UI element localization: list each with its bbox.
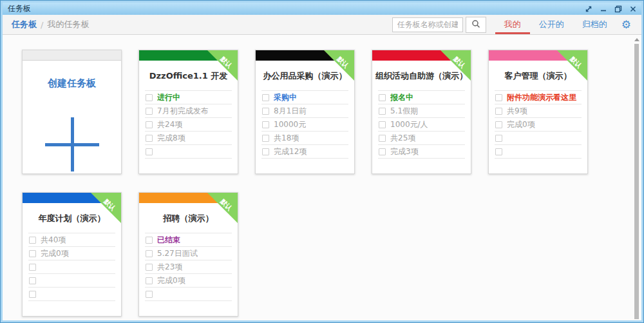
checkbox-icon[interactable] — [262, 121, 269, 128]
card-item-label: 8月1日前 — [274, 106, 307, 117]
ribbon-label: 默认 — [215, 52, 237, 73]
card-item[interactable] — [28, 274, 115, 288]
scrollbar-thumb[interactable] — [634, 44, 639, 319]
board-area: 创建任务板 默认 DzzOffice1.1 开发 进行中7月初完成发布共24项完… — [3, 35, 641, 320]
card-item[interactable]: 进行中 — [145, 91, 232, 104]
ribbon-label: 默认 — [332, 52, 354, 73]
checkbox-icon[interactable] — [262, 108, 269, 115]
card-item[interactable]: 1000元/人 — [378, 118, 465, 132]
scrollbar[interactable] — [634, 37, 639, 319]
checkbox-icon[interactable] — [29, 264, 36, 271]
card-item[interactable]: 5.27日面试 — [145, 247, 232, 260]
task-board-card[interactable]: 默认 客户管理（演示） 附件功能演示看这里共9项完成0项 — [488, 50, 588, 174]
checkbox-icon[interactable] — [262, 94, 269, 101]
checkbox-icon[interactable] — [146, 94, 153, 101]
card-item[interactable]: 完成12项 — [261, 145, 348, 159]
breadcrumb-root[interactable]: 任务板 — [12, 19, 37, 30]
card-item[interactable]: 共18项 — [261, 132, 348, 145]
card-item[interactable]: 完成0项 — [145, 274, 232, 288]
card-item[interactable] — [495, 132, 582, 145]
card-item-label: 完成12项 — [274, 146, 307, 157]
tab-mine[interactable]: 我的 — [495, 15, 530, 34]
checkbox-icon[interactable] — [146, 237, 153, 244]
card-item[interactable]: 8月1日前 — [261, 104, 348, 118]
card-item[interactable] — [28, 288, 115, 301]
task-board-card[interactable]: 默认 组织活动自助游（演示） 报名中5.1假期1000元/人共25项完成3项 — [372, 50, 471, 174]
checkbox-icon[interactable] — [495, 108, 502, 115]
card-item[interactable]: 完成8项 — [145, 132, 232, 145]
checkbox-icon[interactable] — [29, 277, 36, 284]
card-item[interactable]: 10000元 — [261, 118, 348, 132]
gear-icon[interactable]: ⚙ — [621, 19, 631, 30]
task-board-card[interactable]: 默认 年度计划（演示） 共40项完成0项 — [22, 192, 122, 317]
card-item[interactable]: 完成0项 — [495, 118, 582, 132]
checkbox-icon[interactable] — [379, 121, 386, 128]
checkbox-icon[interactable] — [379, 135, 386, 142]
magnifier-icon — [471, 19, 480, 30]
checkbox-icon[interactable] — [495, 135, 502, 142]
checkbox-icon[interactable] — [146, 108, 153, 115]
checkbox-icon[interactable] — [262, 148, 269, 155]
scroll-up-icon[interactable] — [634, 38, 639, 41]
checkbox-icon[interactable] — [379, 108, 386, 115]
default-ribbon: 默认 — [91, 193, 121, 223]
minimize-icon[interactable] — [599, 5, 608, 14]
card-item[interactable]: 报名中 — [378, 91, 465, 104]
tab-public[interactable]: 公开的 — [530, 15, 573, 34]
card-item-label: 5.1假期 — [390, 106, 418, 117]
search-input[interactable] — [392, 17, 463, 32]
card-item[interactable]: 5.1假期 — [378, 104, 465, 118]
card-item-label: 共25项 — [390, 133, 415, 144]
expand-icon[interactable] — [584, 5, 593, 14]
close-icon[interactable] — [629, 5, 638, 14]
task-board-card[interactable]: 默认 办公用品采购（演示） 采购中8月1日前10000元共18项完成12项 — [255, 50, 355, 174]
checkbox-icon[interactable] — [379, 94, 386, 101]
checkbox-icon[interactable] — [379, 148, 386, 155]
card-item[interactable]: 共24项 — [145, 118, 232, 132]
create-board-card[interactable]: 创建任务板 — [22, 50, 122, 174]
task-board-card[interactable]: 默认 招聘（演示） 已结束5.27日面试共23项完成0项 — [138, 192, 238, 317]
checkbox-icon[interactable] — [495, 94, 502, 101]
checkbox-icon[interactable] — [495, 121, 502, 128]
task-board-card[interactable]: 默认 DzzOffice1.1 开发 进行中7月初完成发布共24项完成8项 — [138, 50, 238, 174]
checkbox-icon[interactable] — [495, 148, 502, 155]
card-item[interactable]: 共40项 — [28, 233, 115, 247]
card-item-label: 报名中 — [390, 92, 413, 103]
breadcrumb-separator: / — [41, 20, 43, 30]
card-item-list: 进行中7月初完成发布共24项完成8项 — [145, 90, 232, 159]
checkbox-icon[interactable] — [146, 264, 153, 271]
card-item[interactable]: 完成3项 — [378, 145, 465, 159]
tab-archived[interactable]: 归档的 — [573, 15, 616, 34]
card-item[interactable]: 7月初完成发布 — [145, 104, 232, 118]
card-item[interactable]: 采购中 — [261, 91, 348, 104]
checkbox-icon[interactable] — [146, 148, 153, 155]
checkbox-icon[interactable] — [262, 135, 269, 142]
search-button[interactable] — [466, 17, 486, 33]
toolbar: 任务板 / 我的任务板 我的 公开的 — [3, 15, 641, 35]
card-item-label: 5.27日面试 — [157, 248, 198, 259]
card-item[interactable] — [145, 145, 232, 159]
checkbox-icon[interactable] — [29, 237, 36, 244]
card-item[interactable]: 共25项 — [378, 132, 465, 145]
card-item-label: 已结束 — [157, 235, 180, 246]
checkbox-icon[interactable] — [29, 250, 36, 257]
checkbox-icon[interactable] — [146, 277, 153, 284]
card-item[interactable]: 共9项 — [495, 104, 582, 118]
card-item-label: 完成0项 — [41, 248, 69, 259]
checkbox-icon[interactable] — [146, 121, 153, 128]
checkbox-icon[interactable] — [146, 291, 153, 298]
card-item-label: 共9项 — [507, 106, 527, 117]
checkbox-icon[interactable] — [29, 291, 36, 298]
card-item[interactable]: 共23项 — [145, 260, 232, 274]
checkbox-icon[interactable] — [146, 135, 153, 142]
card-item[interactable] — [145, 288, 232, 301]
card-item[interactable]: 完成0项 — [28, 247, 115, 260]
card-item[interactable] — [495, 145, 582, 159]
checkbox-icon[interactable] — [146, 250, 153, 257]
card-item[interactable]: 附件功能演示看这里 — [495, 91, 582, 104]
title-bar[interactable]: 任务板 — [3, 3, 641, 15]
card-item[interactable]: 已结束 — [145, 233, 232, 247]
restore-icon[interactable] — [614, 5, 623, 14]
card-item[interactable] — [28, 260, 115, 274]
card-item-list: 采购中8月1日前10000元共18项完成12项 — [261, 90, 348, 159]
